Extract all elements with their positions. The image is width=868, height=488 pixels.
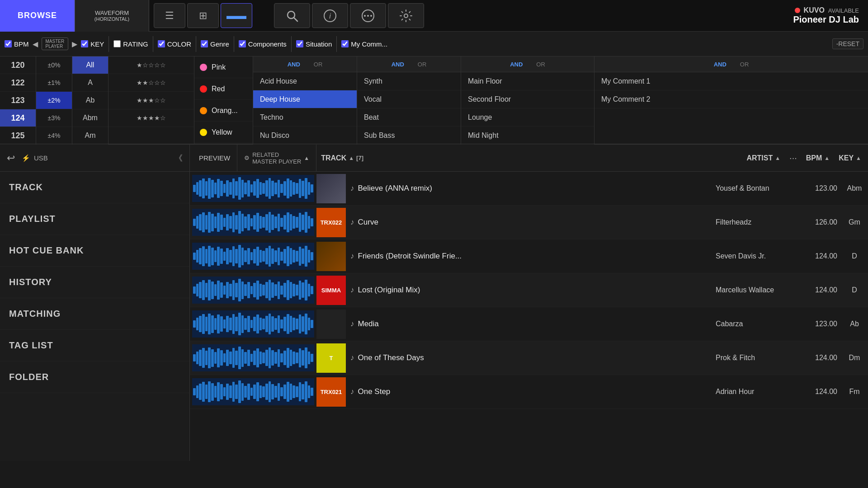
components-and[interactable]: AND (392, 61, 404, 68)
bpm-checkbox[interactable] (5, 40, 12, 47)
info-icon-button[interactable]: i (312, 3, 348, 28)
component-sub-bass[interactable]: Sub Bass (357, 127, 461, 145)
table-row[interactable]: SIMMA ♪ Lost (Original Mix) Marcellus Wa… (190, 273, 868, 307)
bpm-item-125[interactable]: 125 (0, 127, 36, 145)
color-red[interactable]: Red (194, 78, 253, 100)
genre-filter[interactable]: Genre (201, 40, 229, 48)
rating-checkbox[interactable] (113, 40, 121, 47)
components-filter[interactable]: Components (239, 40, 287, 48)
table-row[interactable]: T ♪ One of These Days Prok & Fitch 124.0… (190, 341, 868, 375)
sidebar-item-hot-cue-bank[interactable]: HOT CUE BANK (0, 235, 189, 267)
master-player-button[interactable]: MASTER PLAYER (42, 38, 69, 50)
situation-and[interactable]: AND (510, 61, 523, 68)
bpm-item-122[interactable]: 122 (0, 74, 36, 92)
key-filter[interactable]: KEY (81, 40, 104, 48)
genre-techno[interactable]: Techno (253, 108, 357, 127)
components-or[interactable]: OR (418, 61, 427, 68)
artist-col-header[interactable]: ARTIST ▲ (742, 154, 785, 162)
situation-or[interactable]: OR (536, 61, 545, 68)
table-row[interactable]: ♪ Media Cabarza 123.00 Ab (190, 307, 868, 341)
bpm-item-123[interactable]: 123 (0, 92, 36, 109)
offset-3[interactable]: ±3% (36, 109, 72, 127)
panel-view-icon-button[interactable]: ▬▬ (221, 3, 252, 28)
genre-nu-disco[interactable]: Nu Disco (253, 127, 357, 145)
sidebar-item-history[interactable]: HISTORY (0, 267, 189, 298)
bpm-item-124[interactable]: 124 (0, 109, 36, 127)
genre-deep-house[interactable]: Deep House (253, 90, 357, 108)
arrow-left-button[interactable]: ◀ (32, 40, 39, 48)
reset-button[interactable]: -RESET (832, 38, 863, 49)
genre-acid-house[interactable]: Acid House (253, 72, 357, 90)
mycomment-2[interactable]: My Comment 2 (594, 90, 868, 108)
key-all[interactable]: All (72, 56, 108, 74)
color-yellow[interactable]: Yellow (194, 122, 253, 143)
bpm-label: BPM (14, 40, 29, 48)
sidebar-item-matching[interactable]: MATCHING (0, 298, 189, 330)
bpm-col-header[interactable]: BPM ▲ (802, 154, 834, 162)
rating-4[interactable]: ★★★★☆ (108, 109, 194, 127)
more-columns-button[interactable]: ··· (785, 153, 802, 163)
color-checkbox[interactable] (158, 40, 165, 47)
situation-filter[interactable]: Situation (296, 40, 332, 48)
key-ab[interactable]: Ab (72, 92, 108, 109)
list-view-icon-button[interactable]: ☰ (154, 3, 185, 28)
situation-checkbox[interactable] (296, 40, 303, 47)
mycomment-or[interactable]: OR (740, 61, 749, 68)
mycomment-and[interactable]: AND (714, 61, 726, 68)
offset-2[interactable]: ±2% (36, 92, 72, 109)
key-a[interactable]: A (72, 74, 108, 92)
sidebar-item-folder[interactable]: FOLDER (0, 361, 189, 393)
mycomment-checkbox[interactable] (341, 40, 349, 47)
color-orange[interactable]: Orang... (194, 100, 253, 122)
rating-3[interactable]: ★★★☆☆ (108, 92, 194, 109)
more-icon-button[interactable] (350, 3, 386, 28)
rating-1[interactable]: ★☆☆☆☆ (108, 56, 194, 74)
color-filter[interactable]: COLOR (158, 40, 191, 48)
situation-mid-night[interactable]: Mid Night (461, 127, 594, 145)
back-button[interactable]: ↩ (7, 152, 15, 164)
rating-2[interactable]: ★★☆☆☆ (108, 74, 194, 92)
sidebar-item-playlist[interactable]: PLAYLIST (0, 203, 189, 235)
rating-filter[interactable]: RATING (113, 40, 148, 48)
track-col-header[interactable]: TRACK ▲ [7] (316, 154, 368, 162)
component-vocal[interactable]: Vocal (357, 90, 461, 108)
mycomment-filter[interactable]: My Comm... (341, 40, 387, 48)
waveform-bar (274, 183, 277, 194)
preview-button[interactable]: PREVIEW (192, 145, 237, 171)
key-abm[interactable]: Abm (72, 109, 108, 127)
genre-or[interactable]: OR (314, 61, 323, 68)
bpm-filter[interactable]: BPM (5, 40, 29, 48)
bpm-item-120[interactable]: 120 (0, 56, 36, 74)
component-beat[interactable]: Beat (357, 108, 461, 127)
offset-0[interactable]: ±0% (36, 56, 72, 74)
sidebar-item-track[interactable]: TRACK (0, 172, 189, 203)
key-checkbox[interactable] (81, 40, 88, 47)
usb-button[interactable]: ⚡ USB (22, 154, 48, 162)
situation-second-floor[interactable]: Second Floor (461, 90, 594, 108)
browse-button[interactable]: BROWSE (0, 0, 75, 32)
key-col-header[interactable]: KEY ▲ (834, 154, 866, 162)
settings-icon-button[interactable] (388, 3, 424, 28)
arrow-right-button[interactable]: ▶ (71, 40, 78, 48)
table-row[interactable]: ♪ Believe (ANNA remix) Yousef & Bontan 1… (190, 172, 868, 206)
table-row[interactable]: ♪ Friends (Detroit Swindle Frie... Seven… (190, 239, 868, 273)
genre-checkbox[interactable] (201, 40, 208, 47)
related-button[interactable]: ⚙ RELATED MASTER PLAYER ▲ (237, 145, 316, 171)
component-synth[interactable]: Synth (357, 72, 461, 90)
sidebar-item-tag-list[interactable]: TAG LIST (0, 330, 189, 361)
search-icon-button[interactable] (274, 3, 310, 28)
offset-4[interactable]: ±4% (36, 127, 72, 145)
collapse-button[interactable]: 《 (175, 153, 183, 164)
waveform-button[interactable]: WAVEFORM (HORIZONTAL) (75, 0, 149, 32)
table-row[interactable]: TRX021 ♪ One Step Adrian Hour 124.00 Fm (190, 375, 868, 409)
genre-and[interactable]: AND (288, 61, 300, 68)
situation-main-floor[interactable]: Main Floor (461, 72, 594, 90)
key-am[interactable]: Am (72, 127, 108, 145)
color-pink[interactable]: Pink (194, 56, 253, 78)
table-row[interactable]: TRX022 ♪ Curve Filterheadz 126.00 Gm (190, 206, 868, 239)
components-checkbox[interactable] (239, 40, 246, 47)
grid-view-icon-button[interactable]: ⊞ (187, 3, 219, 28)
offset-1[interactable]: ±1% (36, 74, 72, 92)
situation-lounge[interactable]: Lounge (461, 108, 594, 127)
mycomment-1[interactable]: My Comment 1 (594, 72, 868, 90)
